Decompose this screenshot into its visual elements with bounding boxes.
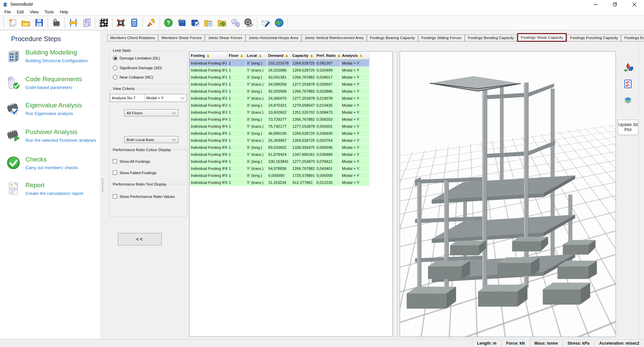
cell-local: X' (long.)	[245, 158, 267, 165]
project-folder-icon[interactable]	[202, 16, 215, 29]
table-row[interactable]: Individual Footing IF8 1 X' (long.) 100,…	[189, 158, 369, 165]
table-row[interactable]: Individual Footing IF6 1 Y' (trans.) 51,…	[189, 151, 369, 158]
column-header[interactable]: Demand4	[267, 51, 291, 60]
table-row[interactable]: Individual Footing IF9 1 Y' (trans.) 11,…	[189, 179, 369, 186]
table-row[interactable]: Individual Footing IF4 1 Y' (trans.) 75,…	[189, 123, 369, 130]
video-icon[interactable]	[242, 16, 255, 29]
checkbox-show-performance-ratio-values[interactable]: Show Performance Ratio Values	[113, 194, 175, 199]
column-header[interactable]: Perf. Ratio6	[315, 51, 340, 60]
sidebar-step-report[interactable]: Report Create the calculations' report	[0, 181, 100, 203]
tab[interactable]: Footings Punching Capacity	[567, 34, 621, 41]
menu-item[interactable]: File	[1, 9, 14, 15]
cell-floor: 1	[227, 123, 245, 130]
deformed-shape-icon[interactable]	[622, 61, 634, 73]
tab[interactable]: Footings Shear Capacity	[517, 33, 567, 42]
radio-damage-limitation[interactable]: Damage Limitation (DL)	[113, 56, 160, 61]
table-row[interactable]: Individual Footing IF10 1 Y' (trans.) 34…	[189, 81, 369, 88]
table-row[interactable]: Individual Footing IF4 1 X' (long.) 73,7…	[189, 116, 369, 123]
tab[interactable]: Footings Bearing Capacity	[367, 34, 418, 41]
processor-settings-icon[interactable]	[50, 16, 63, 29]
paintbrush-icon[interactable]	[145, 16, 158, 29]
radio-significant-damage[interactable]: Significant Damage (SD)	[113, 66, 162, 70]
column-header[interactable]: Capacity5	[291, 51, 315, 60]
table-row[interactable]: Individual Footing IF5 1 X' (long.) 46,8…	[189, 130, 369, 137]
tab[interactable]: Joints Shear Forces	[205, 34, 245, 41]
sidebar-step-code-requirements[interactable]: Code Requirements Code-based parameters	[0, 75, 100, 97]
report-preview-icon[interactable]	[80, 16, 93, 29]
checkbox-show-failed-footings[interactable]: Show Failed Footings	[113, 170, 157, 175]
tab[interactable]: Footings Sliding Forces	[418, 34, 465, 41]
tab[interactable]: Footings Eccentricity	[621, 34, 644, 41]
sidebar-step-pushover-analysis[interactable]: Pushover Analysis Run the selected Pusho…	[0, 128, 100, 150]
results-table: Footing1Floor2Local3Demand4Capacity5Perf…	[189, 51, 370, 186]
column-header[interactable]: Local3	[245, 51, 267, 60]
website-globe-icon[interactable]	[272, 16, 286, 29]
colour-display-label: Performance Ratio Colour Display	[111, 148, 172, 152]
help-icon[interactable]: ?	[162, 16, 175, 29]
feedback-bubbles-icon[interactable]	[229, 16, 242, 29]
table-row[interactable]: Individual Footing IF2 1 X' (long.) 42,9…	[189, 88, 369, 95]
status-unit-cell: Length: m	[472, 340, 501, 347]
column-header[interactable]: Footing1	[189, 51, 227, 60]
sidebar-step-checks[interactable]: Checks Carry out members' checks	[0, 155, 100, 177]
menu-item[interactable]: Tools	[42, 9, 57, 15]
calculator-icon[interactable]	[128, 16, 141, 29]
3d-viewport[interactable]	[400, 51, 616, 337]
layers-icon[interactable]	[622, 95, 634, 107]
tab[interactable]: Members Chord Rotations	[107, 34, 158, 41]
axes-dropdown[interactable]: Both Local Axes	[124, 136, 178, 143]
tab[interactable]: Joints Vertical Reinforcement Area	[302, 34, 367, 41]
app-logo-icon	[2, 2, 8, 7]
new-project-icon[interactable]	[6, 16, 19, 29]
table-row[interactable]: Individual Footing IF10 1 X' (long.) 43,…	[189, 74, 369, 81]
tutorial-book-icon[interactable]	[175, 16, 188, 29]
section-view-icon[interactable]	[67, 16, 80, 29]
table-row[interactable]: Individual Footing IF3 1 X' (long.) 24,8…	[189, 102, 369, 109]
table-row[interactable]: Individual Footing IF6 1 X' (long.) 89,0…	[189, 144, 369, 151]
column-header[interactable]: Floor2	[227, 51, 245, 60]
sidebar-splitter-handle[interactable]	[102, 178, 103, 192]
table-row[interactable]: Individual Footing IF5 1 Y' (trans.) 26,…	[189, 137, 369, 144]
analysis-combo[interactable]: Analysis No.7 Modal + Y	[110, 94, 187, 102]
sort-order-badge: 1	[206, 54, 210, 57]
table-row[interactable]: Individual Footing IF1 1 X' (long.) 103,…	[189, 60, 369, 67]
checks-list-icon[interactable]	[622, 78, 634, 90]
table-row[interactable]: Individual Footing IF1 1 Y' (trans.) 26,…	[189, 67, 369, 74]
update-3d-plot-button[interactable]: Update 3d Plot	[618, 120, 638, 135]
toolbar-separator	[95, 17, 95, 28]
checks-book-icon[interactable]	[188, 16, 202, 29]
cell-demand: 75,742177	[267, 123, 291, 130]
email-icon[interactable]	[259, 16, 272, 29]
tab[interactable]: Footings Bending Capacity	[465, 34, 517, 41]
menu-item[interactable]: Edit	[14, 9, 27, 15]
table-viewer-splitter[interactable]	[394, 51, 398, 337]
pushover-chip-icon	[6, 128, 21, 143]
menu-item[interactable]: Help	[57, 9, 71, 15]
tab[interactable]: Joints Horizontal Hoops Area	[246, 34, 301, 41]
export-folder-icon[interactable]	[215, 16, 229, 29]
column-header[interactable]: Analysis7	[340, 51, 369, 60]
table-row[interactable]: Individual Footing IF2 1 Y' (trans.) 24,…	[189, 95, 369, 102]
checkbox-show-all-footings[interactable]: Show All Footings	[113, 159, 150, 163]
restore-button[interactable]	[605, 0, 625, 9]
close-button[interactable]	[625, 0, 644, 9]
table-row[interactable]: Individual Footing IF3 1 Y' (trans.) 10,…	[189, 109, 369, 116]
reinforcement-mesh-icon[interactable]	[97, 16, 110, 29]
floors-dropdown[interactable]: All Floors	[124, 109, 178, 116]
collapse-panel-button[interactable]: <<	[118, 233, 162, 245]
model-viewer-icon[interactable]	[114, 16, 128, 29]
table-row[interactable]: Individual Footing IF8 1 Y' (trans.) 54,…	[189, 165, 369, 172]
table-row[interactable]: Individual Footing IF9 1 X' (long.) 0,00…	[189, 172, 369, 179]
open-project-icon[interactable]	[19, 16, 32, 29]
radio-near-collapse[interactable]: Near Collapse (NC)	[113, 75, 153, 80]
sort-order-badge: 4	[285, 54, 289, 57]
toolbar-grip[interactable]	[3, 17, 4, 28]
sidebar-step-building-modelling[interactable]: Building Modelling Building Structural C…	[0, 48, 100, 70]
save-icon[interactable]	[32, 16, 46, 29]
menu-item[interactable]: View	[27, 9, 42, 15]
sidebar-step-eigenvalue-analysis[interactable]: Eigenvalue Analysis Run Eigenvalue analy…	[0, 101, 100, 123]
tab[interactable]: Members Shear Forces	[158, 34, 205, 41]
radio-label: Near Collapse (NC)	[119, 75, 153, 79]
minimize-button[interactable]	[586, 0, 605, 9]
cell-analysis: Modal + Y	[340, 144, 369, 151]
